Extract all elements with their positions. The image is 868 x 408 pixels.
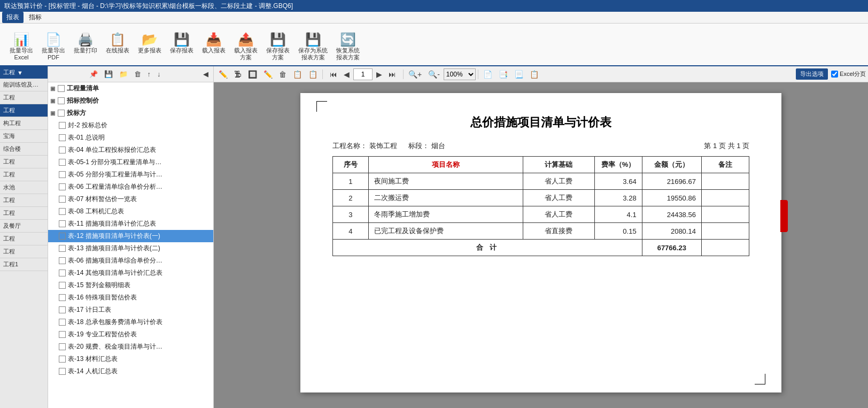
save-tree-button[interactable]: 💾 xyxy=(102,68,115,80)
batch-print-button[interactable]: 🖨️ 批量打印 xyxy=(71,31,100,63)
tree-item-b15[interactable]: 表-15 暂列金额明细表 xyxy=(48,279,213,291)
tree-item-tbf[interactable]: ▣ 投标方 xyxy=(48,107,213,119)
sidebar-item-project7[interactable]: 工程 xyxy=(0,233,48,245)
view4-button[interactable]: 📋 xyxy=(527,68,541,80)
tree-item-zbkzj[interactable]: ▣ 招标控制价 xyxy=(48,95,213,107)
delete-tree-button[interactable]: 🗑 xyxy=(131,68,144,80)
copy-button[interactable]: 📋 xyxy=(290,68,305,80)
sidebar-item-pool[interactable]: 水池 xyxy=(0,181,48,194)
zoom-select[interactable]: 100% 75% 125% 150% xyxy=(444,68,476,80)
sidebar-item-project1[interactable]: 工程 xyxy=(0,91,48,104)
page-number-input[interactable] xyxy=(353,68,373,80)
first-page-button[interactable]: ⏮ xyxy=(327,68,340,80)
tree-item-b08[interactable]: 表-08 工料机汇总表 xyxy=(48,205,213,218)
checkbox-b13[interactable] xyxy=(59,245,66,252)
tree-item-b11[interactable]: 表-11 措施项目清单计价汇总表 xyxy=(48,218,213,230)
checkbox-b12[interactable] xyxy=(59,233,66,240)
checkbox-b051[interactable] xyxy=(59,159,66,166)
sidebar-item-baohai[interactable]: 宝海 xyxy=(0,130,48,143)
online-report-button[interactable]: 📋 在线报表 xyxy=(103,31,133,63)
prev-page-button[interactable]: ◀ xyxy=(341,68,352,80)
tree-item-b18[interactable]: 表-18 总承包服务费清单与计价表 xyxy=(48,316,213,328)
checkbox-b01[interactable] xyxy=(59,134,66,141)
save-report-button[interactable]: 💾 保存报表 xyxy=(167,31,197,63)
sidebar-item-project8[interactable]: 工程 xyxy=(0,245,48,258)
last-page-button[interactable]: ⏭ xyxy=(386,68,399,80)
tree-item-b20[interactable]: 表-20 规费、税金项目清单与计… xyxy=(48,341,213,353)
checkbox-b06b[interactable] xyxy=(59,257,66,264)
checkbox-b08[interactable] xyxy=(59,208,66,215)
checkbox-b16[interactable] xyxy=(59,294,66,301)
tree-item-b12[interactable]: 表-12 措施项目清单与计价表(一) xyxy=(48,230,213,242)
checkbox-b17[interactable] xyxy=(59,306,66,313)
checkbox-b19[interactable] xyxy=(59,331,66,338)
menu-item-report[interactable]: 报表 xyxy=(2,12,24,23)
tree-item-b19[interactable]: 表-19 专业工程暂估价表 xyxy=(48,328,213,341)
checkbox-tbf[interactable] xyxy=(58,110,65,117)
checkbox-b18[interactable] xyxy=(59,319,66,326)
compress-button[interactable]: 🗜 xyxy=(231,68,244,80)
zoom-out-button[interactable]: 🔍- xyxy=(425,68,443,80)
sidebar-item-project9[interactable]: 工程1 xyxy=(0,258,48,271)
load-report-plan-button[interactable]: 📤 载入报表方案 xyxy=(231,31,261,63)
sidebar-item-project2[interactable]: 工程 xyxy=(0,104,48,117)
edit-button[interactable]: ✏️ xyxy=(216,68,230,80)
tree-item-b06[interactable]: 表-06 工程量清单综合单价分析… xyxy=(48,181,213,193)
save-as-system-button[interactable]: 💾 保存为系统报表方案 xyxy=(295,31,331,63)
tree-item-gclqd[interactable]: ▣ 工程量清单 xyxy=(48,82,213,95)
menu-item-index[interactable]: 指标 xyxy=(25,12,46,23)
excel-paging-checkbox[interactable] xyxy=(831,71,838,78)
folder-tree-button[interactable]: 📁 xyxy=(117,68,130,80)
tree-item-b06b[interactable]: 表-06 措施项目清单综合单价分… xyxy=(48,255,213,267)
sidebar-item-structure[interactable]: 构工程 xyxy=(0,117,48,130)
down-tree-button[interactable]: ↓ xyxy=(154,68,164,80)
tree-item-b13m[interactable]: 表-13 材料汇总表 xyxy=(48,353,213,365)
view1-button[interactable]: 📄 xyxy=(480,68,495,80)
tree-item-b16[interactable]: 表-16 特殊项目暂估价表 xyxy=(48,291,213,304)
checkbox-b04[interactable] xyxy=(59,147,66,153)
tree-item-f2[interactable]: 封-2 投标总价 xyxy=(48,119,213,132)
checkbox-b14[interactable] xyxy=(59,270,66,276)
sidebar-item-building[interactable]: 综合楼 xyxy=(0,143,48,156)
save-report-plan-button[interactable]: 💾 保存报表方案 xyxy=(263,31,293,63)
next-page-button[interactable]: ▶ xyxy=(374,68,385,80)
excel-paging-label[interactable]: Excel分页 xyxy=(831,70,866,78)
checkbox-gclqd[interactable] xyxy=(58,85,65,92)
tree-item-b051[interactable]: 表-05-1 分部分项工程量清单与… xyxy=(48,156,213,168)
tree-item-b14[interactable]: 表-14 其他项目清单与计价汇总表 xyxy=(48,267,213,279)
sidebar-item-restaurant[interactable]: 及餐厅 xyxy=(0,220,48,233)
checkbox-b11[interactable] xyxy=(59,220,66,227)
pin-button[interactable]: 📌 xyxy=(87,68,100,80)
delete-ct-button[interactable]: 🗑 xyxy=(276,68,289,80)
up-tree-button[interactable]: ↑ xyxy=(145,68,154,80)
checkbox-b20[interactable] xyxy=(59,343,66,350)
sidebar-item-project4[interactable]: 工程 xyxy=(0,168,48,181)
view3-button[interactable]: 📃 xyxy=(511,68,526,80)
sidebar-item-project3[interactable]: 工程 xyxy=(0,156,48,168)
checkbox-b15[interactable] xyxy=(59,282,66,289)
restore-system-button[interactable]: 🔄 恢复系统报表方案 xyxy=(333,31,363,63)
export-options-button[interactable]: 导出选项 xyxy=(796,68,828,80)
view2-button[interactable]: 📑 xyxy=(496,68,510,80)
batch-export-excel-button[interactable]: 📊 批量导出Excel xyxy=(6,31,36,63)
checkbox-zbkzj[interactable] xyxy=(58,97,65,104)
edit2-button[interactable]: ✏️ xyxy=(261,68,275,80)
batch-export-pdf-button[interactable]: 📄 批量导出PDF xyxy=(38,31,68,63)
sidebar-item-project6[interactable]: 工程 xyxy=(0,207,48,220)
checkbox-b13m[interactable] xyxy=(59,356,66,363)
checkbox-b06[interactable] xyxy=(59,183,66,190)
tree-item-b01[interactable]: 表-01 总说明 xyxy=(48,132,213,144)
checkbox-b07[interactable] xyxy=(59,196,66,203)
collapse-tree-button[interactable]: ◀ xyxy=(200,68,211,80)
sidebar-item-training[interactable]: 能训练馆及… xyxy=(0,79,48,91)
tree-item-b13[interactable]: 表-13 措施项目清单与计价表(二) xyxy=(48,242,213,255)
tree-item-b17[interactable]: 表-17 计日工表 xyxy=(48,304,213,316)
tree-item-b05[interactable]: 表-05 分部分项工程量清单与计… xyxy=(48,168,213,181)
tree-item-b04[interactable]: 表-04 单位工程投标报价汇总表 xyxy=(48,144,213,156)
checkbox-f2[interactable] xyxy=(59,122,66,129)
checkbox-b14m[interactable] xyxy=(59,368,66,375)
more-reports-button[interactable]: 📂 更多报表 xyxy=(135,31,165,63)
sidebar-dropdown-icon[interactable]: ▼ xyxy=(17,70,23,76)
paste-button[interactable]: 📋 xyxy=(306,68,320,80)
tree-item-b07[interactable]: 表-07 材料暂估价一览表 xyxy=(48,193,213,205)
